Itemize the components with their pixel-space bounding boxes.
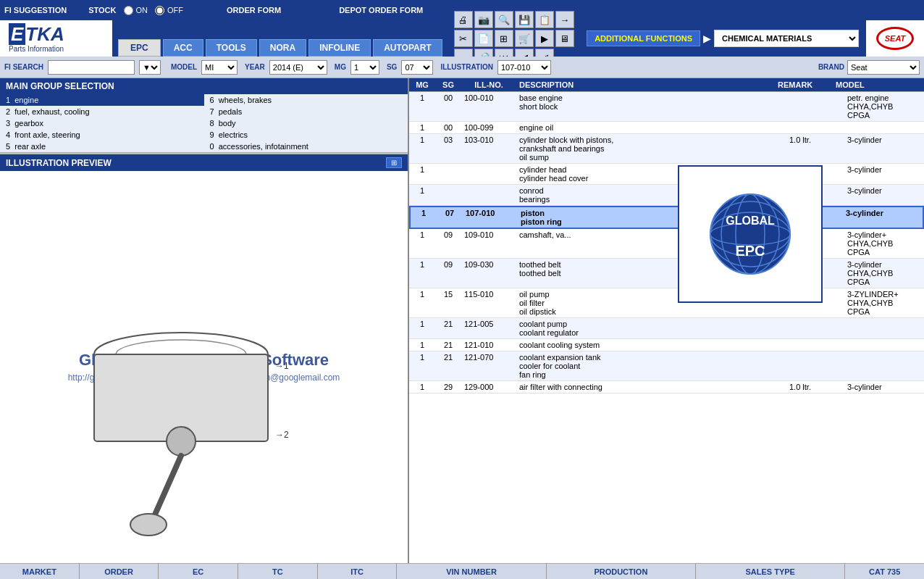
group-item-5[interactable]: 5 rear axle <box>0 141 204 152</box>
fi-search-input[interactable] <box>48 60 135 75</box>
illustration-select[interactable]: 107-010 <box>497 60 551 75</box>
status-vin: VIN NUMBER <box>397 564 546 579</box>
logo-subtitle: Parts Information <box>9 45 64 53</box>
tab-nora[interactable]: NORA <box>259 39 306 57</box>
illustration-preview-header: ILLUSTRATION PREVIEW <box>6 158 386 168</box>
parts-table-header: MG SG ILL-NO. DESCRIPTION REMARK MODEL <box>409 78 924 92</box>
table-row[interactable]: 1 03 103-010 cylinder block with pistons… <box>409 134 924 164</box>
illustration-area: Global EPC Automotive Software http://gl… <box>0 171 408 565</box>
brand-label: BRAND <box>818 63 844 71</box>
svg-text:EPC: EPC <box>735 243 765 259</box>
stock-on-radio[interactable] <box>124 6 133 15</box>
illustration-label: ILLUSTRATION <box>440 63 493 71</box>
status-itc: ITC <box>318 564 398 579</box>
illustration-expand-btn[interactable]: ⊞ <box>386 157 402 168</box>
table-row[interactable]: 1 09 109-010 camshaft, va... 1.0 ltr. 3-… <box>409 229 924 259</box>
table-row[interactable]: 1 cylinder headcylinder head cover 1.0 l… <box>409 164 924 185</box>
year-select[interactable]: 2014 (E) <box>269 60 327 75</box>
year-label: YEAR <box>245 63 265 71</box>
table-row-selected[interactable]: 1 07 107-010 pistonpiston ring 1.0 ltr. … <box>409 206 924 229</box>
camera-icon-btn[interactable]: 📷 <box>474 11 493 28</box>
stock-on-label: ON <box>124 6 148 15</box>
zoom-icon-btn[interactable]: 🔍 <box>495 11 513 28</box>
table-row[interactable]: 1 15 115-010 oil pumpoil filteroil dipst… <box>409 288 924 318</box>
group-item-6[interactable]: 6 wheels, brakes <box>204 94 408 106</box>
group-item-3[interactable]: 3 gearbox <box>0 117 204 129</box>
tab-autopart[interactable]: AUTOPART <box>373 39 442 57</box>
copy-icon-btn[interactable]: 📋 <box>535 11 554 28</box>
status-order: ORDER <box>80 564 159 579</box>
cut-icon-btn[interactable]: ✂ <box>454 30 473 47</box>
status-ec: EC <box>159 564 238 579</box>
additional-functions-btn[interactable]: ADDITIONAL FUNCTIONS <box>587 30 700 46</box>
forward-icon-btn[interactable]: ▶ <box>535 30 554 47</box>
print-icon-btn[interactable]: 🖨 <box>454 11 473 28</box>
arrow-icon-btn[interactable]: → <box>555 11 574 28</box>
status-production: PRODUCTION <box>547 564 696 579</box>
status-market: MARKET <box>0 564 80 579</box>
stock-label: STOCK <box>88 6 116 14</box>
group-item-1[interactable]: 1 engine <box>0 94 204 106</box>
parts-table-body[interactable]: 1 00 100-010 base engineshort block petr… <box>409 92 924 565</box>
table-row[interactable]: 1 21 121-010 coolant cooling system <box>409 339 924 351</box>
svg-point-5 <box>167 427 196 456</box>
group-item-2[interactable]: 2 fuel, exhaust, cooling <box>0 106 204 117</box>
logo-etka: ETKA <box>9 24 64 45</box>
table-row[interactable]: 1 09 109-030 toothed belttoothed belt 1.… <box>409 259 924 288</box>
group-item-8[interactable]: 8 body <box>204 117 408 129</box>
group-item-7[interactable]: 7 pedals <box>204 106 408 117</box>
table-row[interactable]: 1 21 121-070 coolant expansion tankcoole… <box>409 351 924 381</box>
group-item-9[interactable]: 9 electrics <box>204 129 408 141</box>
table-row[interactable]: 1 conrodbearings 1.0 ltr. 3-cylinder <box>409 185 924 206</box>
stock-off-label: OFF <box>155 6 183 15</box>
depot-order-form-label: DEPOT ORDER FORM <box>339 6 423 14</box>
seat-brand-text: SEAT <box>885 34 906 43</box>
status-cat: CAT 735 <box>845 564 924 579</box>
tab-tools[interactable]: TOOLS <box>206 39 257 57</box>
save-icon-btn[interactable]: 💾 <box>515 11 534 28</box>
add-func-arrow: ▶ <box>703 33 711 44</box>
nav-tabs: EPC ACC TOOLS NORA INFOLINE AUTOPART <box>112 20 448 57</box>
svg-text:→2: →2 <box>275 430 289 440</box>
main-group-list: 1 engine 6 wheels, brakes 2 fuel, exhaus… <box>0 94 408 153</box>
main-group-header: MAIN GROUP SELECTION <box>0 78 408 94</box>
table-row[interactable]: 1 21 121-005 coolant pumpcoolant regulat… <box>409 318 924 339</box>
seat-logo-oval: SEAT <box>876 27 914 50</box>
fi-search-label: FI SEARCH <box>4 63 43 71</box>
svg-text:GLOBAL: GLOBAL <box>726 214 775 227</box>
mg-label: MG <box>335 63 346 71</box>
status-bar: MARKET ORDER EC TC ITC VIN NUMBER PRODUC… <box>0 563 924 579</box>
svg-point-7 <box>130 514 167 536</box>
screen-icon-btn[interactable]: 🖥 <box>555 30 574 47</box>
order-form-label: ORDER FORM <box>227 6 281 14</box>
fi-search-select[interactable]: ▼ <box>139 60 161 75</box>
group-item-4[interactable]: 4 front axle, steering <box>0 129 204 141</box>
tab-epc[interactable]: EPC <box>118 39 161 57</box>
global-epc-overlay: GLOBAL EPC <box>678 165 823 303</box>
model-label: MODEL <box>171 63 197 71</box>
svg-text:→1: →1 <box>275 361 289 371</box>
table-row[interactable]: 1 00 100-010 base engineshort block petr… <box>409 92 924 122</box>
sg-label: SG <box>387 63 397 71</box>
group-item-0[interactable]: 0 accessories, infotainment <box>204 141 408 152</box>
table-row[interactable]: 1 00 100-099 engine oil <box>409 122 924 134</box>
tab-infoline[interactable]: INFOLINE <box>308 39 371 57</box>
sg-select[interactable]: 07 <box>401 60 433 75</box>
seat-logo-area: SEAT <box>866 20 924 57</box>
expand-icon-btn[interactable]: ⊞ <box>495 30 513 47</box>
table-row[interactable]: 1 29 129-000 air filter with connecting … <box>409 381 924 393</box>
svg-line-6 <box>152 456 181 521</box>
fi-suggestion-label: FI SUGGESTION <box>4 6 67 14</box>
status-sales-type: SALES TYPE <box>696 564 845 579</box>
list-icon-btn[interactable]: 📄 <box>474 30 493 47</box>
brand-select[interactable]: Seat <box>847 60 920 75</box>
stock-off-radio[interactable] <box>155 6 164 15</box>
tab-acc[interactable]: ACC <box>163 39 203 57</box>
cart-icon-btn[interactable]: 🛒 <box>515 30 534 47</box>
model-select[interactable]: MI <box>201 60 238 75</box>
logo-area: ETKA Parts Information <box>0 20 112 57</box>
piston-illustration: →1 →2 <box>36 296 326 550</box>
mg-select[interactable]: 1 <box>350 60 379 75</box>
chem-materials-dropdown[interactable]: CHEMICAL MATERIALS <box>714 30 859 47</box>
status-tc: TC <box>238 564 318 579</box>
